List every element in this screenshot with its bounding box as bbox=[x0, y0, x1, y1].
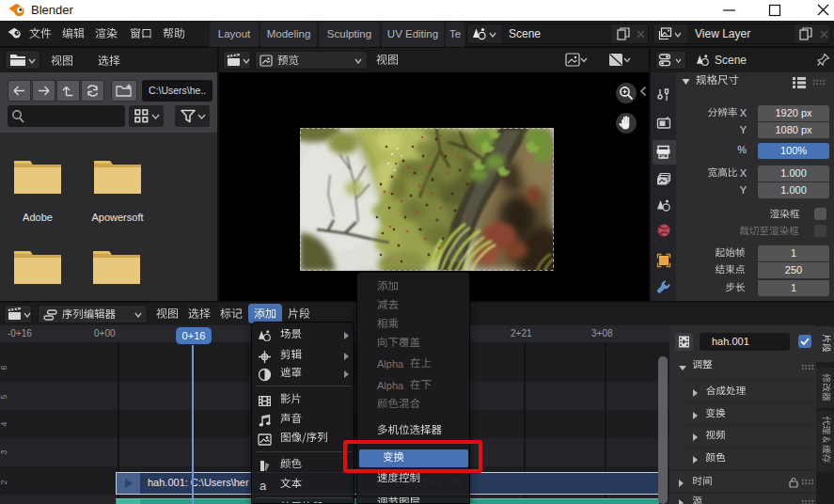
svg-text:a: a bbox=[260, 479, 267, 493]
